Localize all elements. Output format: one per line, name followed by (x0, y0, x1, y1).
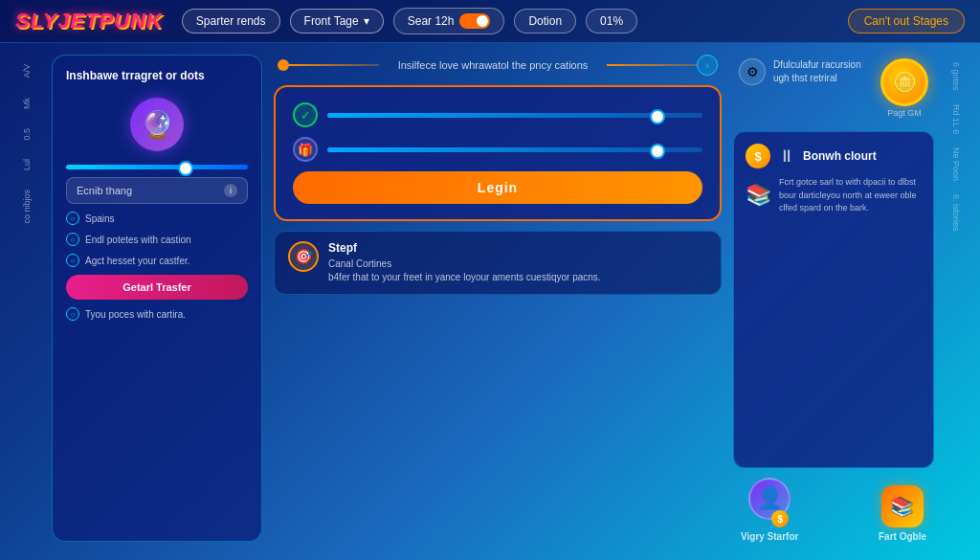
right-top-area: ⚙ Dfulculafur racursion ugh thst retrira… (733, 55, 934, 122)
coin-area: 🪙 Pagt GM (880, 58, 928, 118)
sidebar-label-05: 0.5 (20, 123, 33, 146)
dotion-pill: Dotion (514, 9, 576, 34)
main-content: A/V Mk 0.5 Lul co nibjos Inshbawe trragr… (0, 43, 980, 553)
info-icon: i (224, 184, 237, 197)
hero-emoji: 🔮 (141, 109, 174, 141)
check-label-2: Endl potetes with castion (85, 235, 191, 245)
sparter-rends-btn[interactable]: Sparter rends (182, 9, 280, 34)
sidebar-label-lul: Lul (20, 153, 33, 176)
avatar-area: 👤 $ Vigry Starfor (741, 478, 798, 542)
sear-toggle[interactable]: Sear 12h (393, 8, 505, 34)
reward-title: Bonwh clourt (803, 149, 877, 163)
check-item-4: ○ Tyou poces with cartira. (66, 307, 248, 321)
reward-description: Fcrt gotce sarl to with dpacii to dlbst … (779, 176, 922, 215)
rs-label-1: 6 gotes (949, 58, 963, 95)
ecnib-label: Ecnib thang (77, 185, 132, 196)
mini-slider-2[interactable] (327, 147, 702, 152)
sidebar-label-conibjos: co nibjos (20, 184, 33, 230)
chevron-down-icon: ▾ (364, 14, 369, 28)
earn-icon: 📚 (881, 485, 924, 527)
main-slider[interactable] (66, 165, 248, 169)
step-title: Stepf (328, 241, 601, 255)
flow-top-row: Insilfece love whrawatol the pncy cation… (274, 55, 722, 76)
flow-dot-left (278, 59, 289, 71)
toggle-label: Sear 12h (408, 14, 455, 28)
logo: SLYJETPUNK (15, 9, 163, 34)
can-out-stages-btn[interactable]: Can't out Stages (848, 9, 965, 34)
step-emoji: 🎯 (295, 248, 313, 265)
check-item-3: ○ Agct hesset your castfer. (66, 254, 248, 267)
check-icon-3: ○ (66, 254, 79, 267)
check-label-1: Spains (85, 213, 115, 224)
hero-icon-wrap: 🔮 (66, 92, 248, 157)
login-btn[interactable]: Legin (293, 171, 702, 204)
dollar-badge: $ (771, 510, 789, 527)
reward-header: $ ⏸ Bonwh clourt (746, 144, 922, 168)
earn-label: Fart Ogble (879, 531, 926, 542)
coin-image: 🪙 (880, 58, 928, 106)
check-item-2: ○ Endl potetes with castion (66, 233, 248, 246)
check-icon-2: ○ (66, 233, 79, 246)
settings-icon[interactable]: ⚙ (739, 58, 766, 85)
coin-label: Pagt GM (887, 108, 922, 118)
step-description: b4fer that to your freet in yance loyour… (328, 271, 601, 284)
check-circle-1: ✓ (293, 102, 318, 127)
getarl-trasfer-btn[interactable]: Getarl Trasfer (66, 275, 248, 300)
avatar-container: 👤 $ (748, 478, 791, 527)
avatar-label: Vigry Starfor (741, 531, 798, 542)
btn2-label: Front Tage (304, 14, 359, 28)
hero-icon: 🔮 (130, 98, 184, 151)
left-panel-title: Inshbawe trragret or dots (66, 69, 248, 82)
right-panel: ⚙ Dfulculafur racursion ugh thst retrira… (733, 55, 934, 542)
top-nav-bar: SLYJETPUNK Sparter rends Front Tage ▾ Se… (0, 0, 980, 43)
check-item-1: ○ Spains (66, 212, 248, 225)
flow-line-top (289, 64, 379, 66)
center-area: Insilfece love whrawatol the pncy cation… (274, 55, 722, 542)
pause-icon: ⏸ (778, 146, 795, 167)
right-sidebar: 6 gotes Rd 1L 6 Ne Poon 6. istories (946, 55, 967, 542)
percent-pill: 01% (586, 9, 637, 34)
flow-line-top-right (607, 64, 697, 66)
login-card: ✓ 🎁 Legin (274, 85, 722, 221)
gear-icon: ⚙ (746, 64, 759, 79)
check-label-3: Agct hesset your castfer. (85, 256, 190, 266)
step-content: Stepf Canal Cortines b4fer that to your … (328, 241, 601, 284)
check-label-4: Tyou poces with cartira. (85, 309, 186, 320)
slider-row-2: 🎁 (293, 137, 702, 162)
left-panel: Inshbawe trragret or dots 🔮 Ecnib thang … (52, 55, 262, 542)
ecnib-input-row[interactable]: Ecnib thang i (66, 177, 248, 204)
btn1-label: Sparter rends (196, 14, 266, 28)
gift-icon: 🎁 (293, 137, 318, 162)
front-tage-btn[interactable]: Front Tage ▾ (290, 9, 384, 34)
right-top-description: Dfulculafur racursion ugh thst retriral (773, 58, 873, 85)
rs-label-2: Rd 1L 6 (949, 101, 963, 138)
stack-icon: 📚 (746, 176, 771, 214)
mini-slider-1[interactable] (327, 113, 702, 118)
bottom-right-section: 👤 $ Vigry Starfor 📚 Fart Ogble (733, 478, 934, 542)
earn-area: 📚 Fart Ogble (879, 485, 926, 542)
rs-label-3: Ne Poon (949, 144, 963, 185)
check-icon-1: ○ (66, 212, 79, 225)
center-top-text: Insilfece love whrawatol the pncy cation… (379, 59, 608, 71)
percent-label: 01% (600, 14, 623, 28)
dollar-icon: $ (746, 144, 770, 168)
reward-body: 📚 Fcrt gotce sarl to with dpacii to dlbs… (746, 176, 922, 215)
check-icon-4: ○ (66, 307, 79, 321)
slider-row-1: ✓ (293, 102, 702, 127)
right-description-text: Dfulculafur racursion ugh thst retriral (773, 58, 873, 85)
step-icon: 🎯 (288, 241, 319, 272)
step-card: 🎯 Stepf Canal Cortines b4fer that to you… (274, 231, 722, 295)
dotion-label: Dotion (528, 14, 562, 28)
rs-label-4: 6. istories (949, 190, 963, 235)
reward-card: $ ⏸ Bonwh clourt 📚 Fcrt gotce sarl to wi… (733, 131, 934, 468)
left-sidebar: A/V Mk 0.5 Lul co nibjos (13, 55, 40, 542)
flow-arrow-right[interactable]: › (697, 55, 718, 76)
sidebar-label-av: A/V (20, 58, 33, 84)
sidebar-label-mk: Mk (20, 92, 33, 115)
toggle-switch[interactable] (459, 13, 490, 29)
cancel-label: Canal Cortines (328, 258, 601, 271)
can-out-label: Can't out Stages (864, 14, 948, 28)
